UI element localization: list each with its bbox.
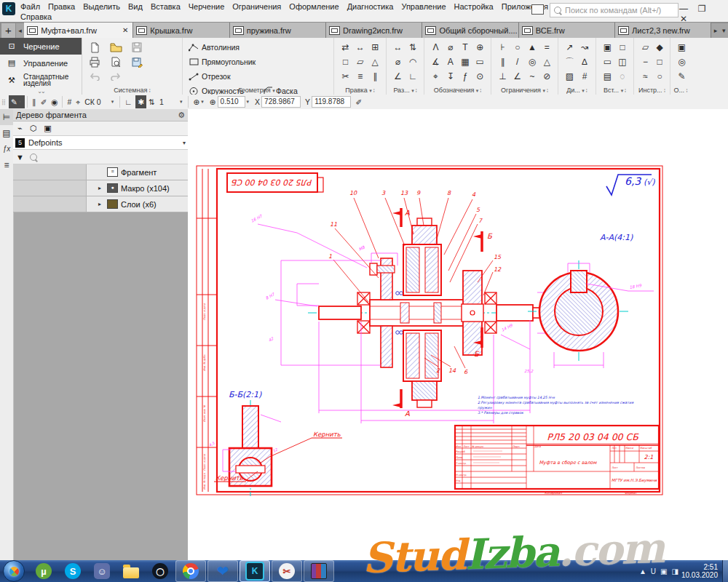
menu-item[interactable]: Управление (400, 2, 447, 11)
ribbon-icon[interactable]: ◫ (616, 55, 630, 69)
ribbon-icon[interactable]: ⊙ (473, 69, 487, 84)
ribbon-icon[interactable]: ▦ (459, 55, 472, 69)
ribbon-icon[interactable]: − (638, 55, 652, 69)
x-coordinate-field[interactable]: 728.9867 (261, 96, 301, 108)
snap-angle-icon[interactable]: ✐ (38, 95, 49, 108)
filter-icon[interactable]: ▼ (16, 153, 24, 162)
ribbon-icon[interactable]: ⇅ (406, 40, 420, 55)
ribbon-icon[interactable]: ✂ (339, 69, 352, 84)
ribbon-icon[interactable]: ⊕ (473, 40, 487, 55)
ribbon-icon[interactable]: ◌ (616, 69, 630, 84)
taskbar-clock[interactable]: 2:51 10.03.2020 (681, 563, 722, 579)
tool-segment[interactable]: Отрезок (187, 69, 256, 84)
tree-tool-icon-3[interactable]: ▣ (44, 124, 51, 133)
ribbon-icon[interactable]: ∥ (368, 69, 382, 84)
menu-item[interactable]: Выделить (82, 2, 122, 11)
corner-mode-icon[interactable]: ∟ (122, 95, 134, 108)
tab-vse[interactable]: ВСЕ.frw (519, 23, 615, 38)
ribbon-icon[interactable]: ▣ (601, 40, 614, 55)
ribbon-icon[interactable]: ⊘ (540, 69, 554, 84)
ribbon-icon[interactable]: ≈ (638, 69, 652, 84)
ribbon-icon[interactable]: ⌒ (563, 55, 577, 69)
tab-pruzhina[interactable]: пружина.frw (230, 23, 326, 38)
ribbon-icon[interactable]: △ (540, 55, 554, 69)
ribbon-icon[interactable]: ↔ (353, 40, 367, 55)
health-heart-icon[interactable]: ❤ (207, 560, 238, 582)
ribbon-icon[interactable]: ⊦ (496, 40, 510, 55)
ribbon-icon[interactable]: ○ (510, 40, 524, 55)
ribbon-icon[interactable]: ▤ (601, 69, 614, 84)
layer-value[interactable]: 1▾ (157, 95, 186, 108)
tab-mufta-val[interactable]: Муфта+вал.frw ✕ (24, 23, 133, 38)
layer-icon[interactable]: ⇅ (146, 95, 157, 108)
preview-icon[interactable] (108, 55, 124, 69)
tree-panel-icon[interactable]: ⊨ (0, 109, 13, 125)
ribbon-icon[interactable]: ▭ (473, 55, 487, 69)
ribbon-icon[interactable]: Λ (429, 40, 443, 55)
ribbon-icon[interactable]: ↝ (578, 40, 592, 55)
tab-drawing2[interactable]: Drawing2исп.frw (326, 23, 422, 38)
steam-icon[interactable]: ◯ (146, 561, 175, 581)
menu-item[interactable]: Черчение (187, 2, 226, 11)
ribbon-icon[interactable]: ƒ (459, 69, 472, 84)
snap-settings-button[interactable]: ✱ (135, 95, 146, 108)
ribbon-icon[interactable]: ↧ (443, 69, 457, 84)
drawing-canvas[interactable]: Подп. и дата Инв. № дубл. Взам. инв. № П… (188, 109, 728, 560)
ribbon-icon[interactable]: □ (616, 40, 630, 55)
print-icon[interactable] (87, 55, 103, 69)
ribbon-icon[interactable]: ◆ (653, 40, 667, 55)
ribbon-icon[interactable]: ∥ (496, 55, 510, 69)
ribbon-icon[interactable]: ≡ (353, 69, 367, 84)
ribbon-icon[interactable]: T (459, 40, 472, 55)
window-icon[interactable] (531, 4, 544, 15)
utorrent-icon[interactable]: µ (29, 561, 58, 581)
tree-tool-icon-1[interactable]: ⌁ (17, 124, 23, 133)
coordinate-system-value[interactable]: СК 0▾ (82, 95, 117, 108)
ribbon-icon[interactable]: ▱ (353, 55, 367, 69)
ribbon-icon[interactable]: ▱ (638, 40, 652, 55)
ribbon-icon[interactable]: ▲ (526, 40, 539, 55)
gear-icon[interactable]: ⚙ (178, 111, 185, 120)
discord-icon[interactable]: ☺ (87, 561, 116, 581)
y-coordinate-field[interactable]: 119.8788 (312, 96, 351, 108)
menu-item[interactable]: Диагностика (346, 2, 395, 11)
ribbon-icon[interactable]: / (510, 55, 524, 69)
ribbon-icon[interactable]: ⌖ (429, 69, 443, 84)
tab-list23[interactable]: Лист2,3 new.frw (615, 23, 711, 38)
mode-standart[interactable]: ⚒ Стандартные изделия (0, 71, 82, 89)
tab-kryshka[interactable]: Крышка.frw (133, 23, 229, 38)
ribbon-icon[interactable]: ◎ (675, 55, 689, 69)
ribbon-icon[interactable]: ✎ (675, 69, 689, 84)
ribbon-icon[interactable]: # (578, 69, 592, 84)
command-search[interactable]: Поиск по командам (Alt+/) (550, 3, 678, 17)
tool-autoline[interactable]: Автолиния (187, 40, 256, 55)
ribbon-icon[interactable]: A (443, 55, 457, 69)
tab-sborochny[interactable]: Общий сборочный.... (422, 23, 518, 38)
tree-item-macro[interactable]: ▸ ● Макро (x104) (13, 180, 188, 196)
snipping-tool-icon[interactable]: ✂ (272, 560, 302, 582)
menu-item[interactable]: Вид (127, 2, 144, 11)
tab-scroll-left[interactable]: ◂ (16, 23, 24, 38)
skype-icon[interactable]: S (58, 561, 87, 581)
open-document-icon[interactable] (108, 40, 124, 55)
winrar-icon[interactable] (304, 560, 334, 582)
ribbon-icon[interactable]: ⇄ (339, 40, 352, 55)
ribbon-icon[interactable]: ∠ (510, 69, 524, 84)
ribbon-icon[interactable]: ∆ (578, 55, 592, 69)
ribbon-icon[interactable]: ▭ (601, 55, 614, 69)
modes-collapse-chevron[interactable]: ⌄⌄ (0, 88, 82, 95)
ribbon-icon[interactable]: ▨ (563, 69, 577, 84)
ribbon-icon[interactable]: ⌀ (391, 55, 405, 69)
new-document-icon[interactable] (87, 40, 103, 55)
ribbon-icon[interactable]: ▣ (675, 40, 689, 55)
tree-search-icon[interactable] (30, 154, 37, 161)
zoom-list-icon[interactable]: ⊕▾ (191, 95, 207, 108)
ribbon-icon[interactable]: ∟ (406, 69, 420, 84)
coordinate-system-icon[interactable]: ⌖ (74, 95, 82, 108)
ribbon-icon[interactable]: ⌀ (443, 40, 457, 55)
menu-item[interactable]: Справка (19, 12, 53, 21)
redo-icon[interactable] (108, 69, 124, 84)
save-icon[interactable] (129, 40, 145, 55)
menu-panel-icon[interactable]: ≡ (0, 157, 13, 173)
tab-scroll-right[interactable]: ▸ (711, 23, 719, 38)
